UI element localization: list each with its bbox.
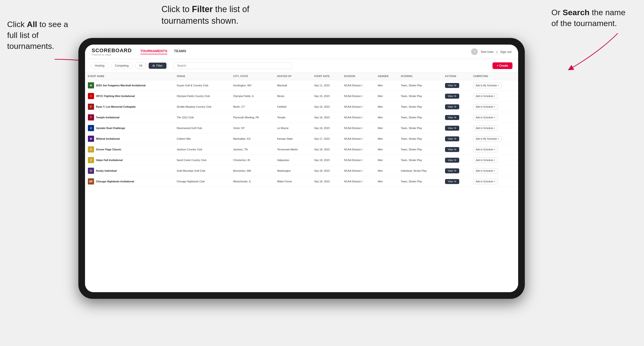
view-button-5[interactable]: View 👁	[445, 136, 460, 141]
scoring-3: Team, Stroke Play	[398, 112, 442, 123]
division-1: NCAA Division I	[341, 91, 375, 102]
gender-3: Men	[375, 112, 398, 123]
event-name-text-9: Chicago Highlands Invitational	[96, 180, 134, 183]
add-schedule-button-4[interactable]: Add to Schedule +	[473, 126, 498, 131]
logo-sub: Powered by clippd	[92, 54, 132, 56]
add-schedule-button-9[interactable]: Add to Schedule +	[473, 179, 498, 184]
gender-6: Men	[375, 144, 398, 155]
event-name-text-5: Wildcat Invitational	[96, 137, 120, 140]
venue-1: Olympia Fields Country Club	[174, 91, 230, 102]
eye-icon-0: 👁	[454, 84, 456, 87]
view-button-6[interactable]: View 👁	[445, 147, 460, 152]
view-button-9[interactable]: View 👁	[445, 179, 460, 184]
hosted-by-7: Valparaiso	[274, 155, 311, 166]
division-3: NCAA Division I	[341, 112, 375, 123]
competing-3: Add to Schedule +	[470, 112, 518, 123]
tablet-frame: SCOREBOARD Powered by clippd TOURNAMENTS…	[78, 38, 525, 299]
event-name-text-7: Valpo Fall Invitational	[96, 159, 122, 162]
event-name-text-6: Grover Page Classic	[96, 148, 121, 151]
competing-9: Add to Schedule +	[470, 176, 518, 187]
tournaments-table: EVENT NAME VENUE CITY, STATE HOSTED BY S…	[85, 73, 518, 187]
eye-icon-6: 👁	[454, 148, 456, 151]
city-state-0: Huntington, WV	[230, 80, 274, 91]
competing-7: Add to Schedule +	[470, 155, 518, 166]
division-9: NCAA Division I	[341, 176, 375, 187]
scoring-6: Team, Stroke Play	[398, 144, 442, 155]
team-logo-2: F	[88, 104, 94, 110]
actions-2: View 👁	[442, 102, 470, 112]
view-button-8[interactable]: View 👁	[445, 168, 460, 173]
arrow-search	[528, 33, 623, 81]
scoring-7: Team, Stroke Play	[398, 155, 442, 166]
start-date-0: Sep 11, 2023	[311, 80, 341, 91]
team-logo-5: W	[88, 136, 94, 142]
add-schedule-button-1[interactable]: Add to Schedule +	[473, 93, 498, 99]
add-schedule-button-0[interactable]: Add to My Schedule +	[473, 83, 502, 88]
app-header: SCOREBOARD Powered by clippd TOURNAMENTS…	[85, 45, 518, 59]
table-row: W Husky Individual Gold Mountain Golf Cl…	[85, 166, 518, 176]
venue-7: Sand Creek Country Club	[174, 155, 230, 166]
team-logo-3: T	[88, 114, 94, 121]
actions-7: View 👁	[442, 155, 470, 166]
actions-5: View 👁	[442, 134, 470, 144]
nav-tab-tournaments[interactable]: TOURNAMENTS	[140, 49, 168, 54]
table-row: U Upstate Dual Challenge Ravenwood Golf …	[85, 123, 518, 134]
create-button[interactable]: + Create	[492, 62, 512, 69]
view-button-2[interactable]: View 👁	[445, 104, 460, 109]
event-name-cell-1: I OFCC Fighting Illini Invitational	[85, 91, 174, 102]
filter-label: Filter	[156, 64, 163, 67]
event-name-cell-6: G Grover Page Classic	[85, 144, 174, 155]
view-button-0[interactable]: View 👁	[445, 83, 460, 88]
add-schedule-button-3[interactable]: Add to Schedule +	[473, 115, 498, 120]
event-name-cell-8: W Husky Individual	[85, 166, 174, 176]
signout-link[interactable]: Sign out	[500, 50, 512, 54]
table-row: V Valpo Fall Invitational Sand Creek Cou…	[85, 155, 518, 166]
start-date-5: Sep 17, 2023	[311, 134, 341, 144]
start-date-4: Sep 16, 2023	[311, 123, 341, 134]
eye-icon-2: 👁	[454, 106, 456, 108]
team-logo-1: I	[88, 93, 94, 99]
add-schedule-button-5[interactable]: Add to My Schedule +	[473, 136, 502, 142]
annotation-topright: Or Search the name of the tournament.	[552, 7, 632, 29]
scoring-4: Team, Stroke Play	[398, 123, 442, 134]
event-name-cell-0: M 2023 Joe Feaganes Marshall Invitationa…	[85, 80, 174, 91]
nav-tab-teams[interactable]: TEAMS	[174, 49, 186, 54]
start-date-3: Sep 16, 2023	[311, 112, 341, 123]
filter-icon: ⊞	[152, 64, 155, 67]
division-5: NCAA Division I	[341, 134, 375, 144]
event-name-text-1: OFCC Fighting Illini Invitational	[96, 95, 135, 97]
nav-tabs: TOURNAMENTS TEAMS	[140, 49, 471, 54]
view-button-4[interactable]: View 👁	[445, 126, 460, 131]
competing-0: Add to My Schedule +	[470, 80, 518, 91]
venue-2: Shuttle Meadow Country Club	[174, 102, 230, 112]
col-start-date: START DATE	[311, 73, 341, 80]
team-logo-7: V	[88, 157, 94, 163]
venue-6: Jackson Country Club	[174, 144, 230, 155]
filter-button[interactable]: ⊞ Filter	[149, 63, 166, 69]
event-name-cell-7: V Valpo Fall Invitational	[85, 155, 174, 166]
competing-tab[interactable]: Competing	[111, 62, 133, 69]
start-date-6: Sep 18, 2023	[311, 144, 341, 155]
view-button-3[interactable]: View 👁	[445, 115, 460, 120]
team-logo-8: W	[88, 168, 94, 174]
hosting-tab[interactable]: Hosting	[91, 62, 108, 69]
city-state-7: Chesterton, IN	[230, 155, 274, 166]
event-name-cell-4: U Upstate Dual Challenge	[85, 123, 174, 134]
search-input[interactable]	[174, 62, 292, 69]
add-schedule-button-6[interactable]: Add to Schedule +	[473, 147, 498, 152]
table-row: F Ryan T. Lee Memorial Collegiate Shuttl…	[85, 102, 518, 112]
view-button-1[interactable]: View 👁	[445, 94, 460, 99]
start-date-9: Sep 18, 2023	[311, 176, 341, 187]
add-schedule-button-2[interactable]: Add to Schedule +	[473, 104, 498, 110]
add-schedule-button-7[interactable]: Add to Schedule +	[473, 158, 498, 163]
add-schedule-button-8[interactable]: Add to Schedule +	[473, 168, 498, 173]
scoring-0: Team, Stroke Play	[398, 80, 442, 91]
division-8: NCAA Division I	[341, 166, 375, 176]
city-state-3: Plymouth Meeting, PA	[230, 112, 274, 123]
col-competing: COMPETING	[470, 73, 518, 80]
hosted-by-1: Illinois	[274, 91, 311, 102]
header-right: T Test User | Sign out	[471, 48, 512, 55]
table-row: I OFCC Fighting Illini Invitational Olym…	[85, 91, 518, 102]
all-tab[interactable]: All	[135, 62, 146, 69]
view-button-7[interactable]: View 👁	[445, 158, 460, 163]
